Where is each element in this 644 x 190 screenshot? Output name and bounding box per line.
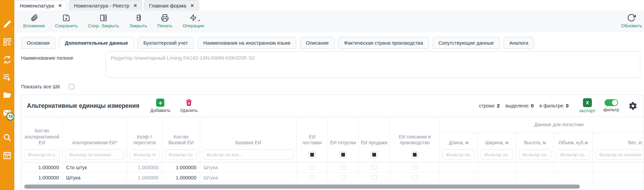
show-all-barcodes-checkbox[interactable] — [69, 84, 74, 89]
column-header-cell[interactable]: ЕИ списания в производство — [390, 117, 440, 162]
column-filter-area — [162, 147, 200, 162]
add-row-button[interactable]: + Добавить — [150, 99, 171, 113]
row-checkbox[interactable] — [372, 175, 377, 180]
folder-icon[interactable] — [3, 91, 12, 100]
row-checkbox[interactable] — [341, 165, 346, 170]
pencil-icon[interactable] — [3, 20, 12, 29]
save-close-button[interactable]: Сохр. Закрыть — [88, 13, 119, 28]
column-filter-input[interactable] — [203, 149, 294, 160]
column-filter-input[interactable] — [65, 149, 124, 160]
column-header-cell[interactable]: Базовая ЕИ — [200, 117, 297, 162]
list-download-icon[interactable] — [3, 73, 12, 82]
row-cell — [390, 162, 440, 172]
tab-buhgalterskiy-uchet[interactable]: Бухгалтерский учет — [138, 37, 194, 49]
settings-button[interactable] — [628, 101, 638, 111]
row-cell — [359, 162, 390, 172]
sync-icon[interactable] — [3, 55, 12, 64]
calendar-icon[interactable] — [3, 151, 12, 160]
mail-icon[interactable]: 78 — [3, 108, 12, 117]
column-filter-area — [328, 147, 358, 162]
column-header-cell[interactable]: Кол-во альтернативной ЕИ — [21, 117, 63, 162]
attachments-button[interactable]: Вложения — [23, 13, 45, 28]
column-filter-input[interactable] — [481, 149, 513, 160]
tab-soputstvuyushchie-dannye[interactable]: Сопутствующие данные — [433, 37, 500, 49]
delete-row-button[interactable]: Удалить — [180, 99, 198, 113]
table-row[interactable]: 1.000000Сто штук1.0000001.000000Штука — [21, 162, 644, 173]
column-filter-input[interactable] — [557, 149, 590, 160]
column-filter-input[interactable] — [24, 149, 60, 160]
save-button[interactable]: Сохранить — [55, 13, 78, 28]
window-tab-nomenclature[interactable]: Номенклатура ✕ — [15, 0, 67, 11]
operations-button[interactable]: ▾ Операции — [182, 13, 204, 28]
search-icon[interactable] — [3, 133, 12, 142]
close-icon[interactable]: ✕ — [58, 3, 62, 8]
grid-title: Альтернативные единицы измерения — [27, 102, 139, 109]
qr-code-icon[interactable] — [3, 38, 12, 46]
row-checkbox[interactable] — [310, 165, 315, 170]
tab-osnovnaya[interactable]: Основная — [21, 37, 55, 49]
column-header-cell[interactable]: ЕИ отгрузки — [328, 117, 359, 162]
tab-analogi[interactable]: Аналоги — [504, 37, 534, 49]
column-header-cell[interactable]: Объем, куб.м — [554, 133, 593, 162]
tab-fakticheskaya-strana[interactable]: Фактическая страна производства — [338, 37, 429, 49]
close-icon[interactable]: ✕ — [133, 3, 137, 8]
column-filter-toggle[interactable] — [340, 151, 347, 158]
row-checkbox[interactable] — [372, 165, 377, 170]
tab-dopolnitelnye-dannye[interactable]: Дополнительные данные — [59, 37, 134, 49]
column-header-cell[interactable]: Высота, м — [516, 133, 554, 162]
filter-toggle[interactable]: фильтр — [603, 99, 619, 112]
window-tab-mainform[interactable]: Главная форма ✕ — [144, 0, 199, 11]
column-header-cell[interactable]: Альтернативная ЕИ* — [63, 117, 127, 162]
column-header-label: Кол-во альтернативной ЕИ — [21, 128, 62, 147]
row-cell — [478, 173, 516, 182]
column-filter-input[interactable] — [165, 149, 197, 160]
row-checkbox[interactable] — [412, 175, 417, 180]
column-filter-input[interactable] — [519, 149, 551, 160]
column-header-label: Высота, м — [516, 140, 554, 147]
row-cell: Штука — [200, 173, 297, 182]
toolbar-label: Закрыть — [129, 23, 147, 28]
tab-opisanie[interactable]: Описание — [300, 37, 334, 49]
print-button[interactable]: Печать — [157, 13, 172, 28]
column-filter-input[interactable] — [130, 149, 159, 160]
column-header-label: Кол-во базовой ЕИ — [162, 134, 200, 147]
column-header-cell[interactable]: Ширина, м — [478, 133, 516, 162]
column-header-cell[interactable]: Коэф-т пересчета — [127, 117, 162, 162]
show-all-barcodes-label: Показать все ШК — [21, 84, 69, 89]
column-header-label: ЕИ отгрузки — [328, 140, 358, 147]
full-name-textarea[interactable] — [106, 51, 640, 78]
row-cell: 1.000000 — [127, 173, 162, 182]
column-filter-area — [359, 147, 390, 162]
column-filter-input[interactable] — [443, 149, 475, 160]
save-icon — [62, 13, 70, 23]
alt-units-panel: Альтернативные единицы измерения + Добав… — [21, 94, 644, 190]
export-button[interactable]: X экспорт — [579, 98, 596, 113]
row-checkbox[interactable] — [412, 165, 417, 170]
tab-naimenovaniya-inostrannyy[interactable]: Наименования на иностранном языке — [197, 37, 296, 49]
column-filter-toggle[interactable] — [371, 151, 378, 158]
scrollbar-thumb[interactable] — [24, 185, 580, 189]
column-filter-input[interactable] — [596, 149, 644, 160]
column-header-cell[interactable]: Вес, кг — [593, 133, 644, 162]
gear-icon — [628, 101, 638, 111]
close-icon[interactable]: ✕ — [190, 3, 194, 8]
lightning-icon: ▾ — [190, 13, 197, 23]
close-button[interactable]: Закрыть — [129, 13, 147, 28]
row-checkbox[interactable] — [310, 175, 315, 180]
column-header-cell[interactable]: ЕИ поставки — [297, 117, 328, 162]
toggle-on-icon — [604, 99, 618, 106]
column-header-cell[interactable]: Длина, м — [440, 133, 478, 162]
form-tabbar: Основная Дополнительные данные Бухгалтер… — [21, 37, 644, 49]
toolbar-label: Вложения — [23, 23, 45, 28]
table-row[interactable]: 1.000000Штука1.0000001.000000Штука — [21, 173, 644, 183]
filter-square-state-icon — [310, 153, 314, 157]
row-checkbox[interactable] — [341, 175, 346, 180]
window-tab-registry[interactable]: Номенклатура - Реестр ✕ — [69, 0, 143, 11]
column-header-cell[interactable]: Кол-во базовой ЕИ — [162, 117, 200, 162]
column-filter-toggle[interactable] — [411, 151, 418, 158]
column-header-label: ЕИ поставки — [297, 134, 328, 147]
filter-toggle-label: фильтр — [603, 107, 619, 112]
column-header-cell[interactable]: ЕИ продажи — [359, 117, 390, 162]
refresh-button[interactable]: Обновить — [621, 13, 642, 28]
column-filter-toggle[interactable] — [309, 151, 316, 158]
